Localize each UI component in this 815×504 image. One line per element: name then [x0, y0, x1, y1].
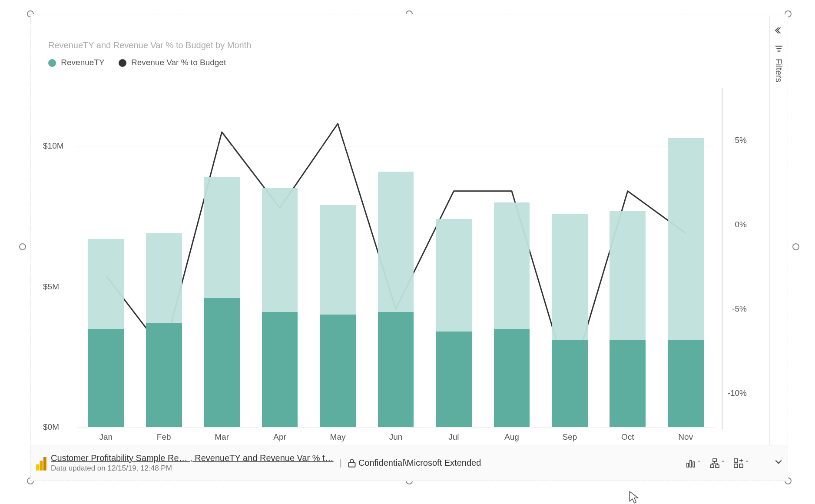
svg-rect-12	[716, 465, 719, 468]
chevron-up-icon: ˄	[722, 460, 725, 467]
x-tick-label: Jul	[448, 432, 459, 442]
x-tick-label: Oct	[621, 432, 634, 442]
x-tick-label: Apr	[273, 432, 286, 442]
svg-rect-4	[40, 461, 43, 470]
resize-handle-mr[interactable]	[792, 243, 799, 250]
bar-revenue	[552, 340, 588, 427]
y-right-tick: -10%	[728, 388, 747, 398]
svg-rect-14	[734, 464, 738, 468]
last-updated: Data updated on 12/15/19, 12:48 PM	[51, 464, 334, 473]
svg-rect-10	[713, 459, 716, 461]
expand-pane-icon	[775, 27, 783, 34]
x-tick-label: Aug	[504, 432, 519, 442]
svg-rect-7	[687, 463, 689, 467]
legend-swatch	[119, 59, 126, 67]
bar-group[interactable]	[668, 90, 704, 427]
bar-group[interactable]	[204, 90, 240, 427]
filters-pane-collapsed[interactable]: Filters	[769, 16, 788, 446]
x-tick-label: May	[330, 432, 346, 442]
legend-label: Revenue Var % to Budget	[131, 58, 226, 67]
x-tick-label: Sep	[562, 432, 577, 442]
breadcrumb[interactable]: Customer Profitability Sample Re… , Reve…	[51, 453, 334, 463]
svg-rect-9	[693, 462, 695, 467]
hierarchy-icon	[709, 458, 720, 468]
plot-area[interactable]: $0M$5M$10M-10%-5%0%5%JanFebMarAprMayJunJ…	[77, 90, 715, 427]
y-right-tick: 0%	[735, 220, 747, 229]
svg-rect-0	[775, 46, 782, 46]
y-right-tick: -5%	[732, 304, 747, 314]
svg-rect-13	[734, 459, 738, 462]
svg-rect-6	[348, 462, 355, 467]
bar-revenue	[88, 329, 124, 427]
secondary-axis-bar	[722, 88, 723, 429]
x-tick-label: Jan	[99, 432, 113, 442]
chart-legend: RevenueTY Revenue Var % to Budget	[48, 58, 226, 67]
bar-revenue	[262, 312, 298, 427]
visual-selection: Filters RevenueTY and Revenue Var % to B…	[23, 14, 796, 487]
x-tick-label: Feb	[157, 432, 171, 442]
y-right-tick: 5%	[735, 136, 747, 145]
svg-rect-2	[777, 51, 780, 52]
x-tick-label: Nov	[678, 432, 693, 442]
bar-chart-icon	[686, 458, 696, 468]
bar-revenue	[146, 323, 182, 427]
drill-up-button[interactable]: ˄	[686, 458, 701, 468]
bar-group[interactable]	[88, 90, 124, 427]
svg-rect-8	[690, 461, 692, 467]
bar-group[interactable]	[378, 90, 414, 427]
bar-group[interactable]	[146, 90, 182, 427]
cursor-icon	[629, 491, 639, 504]
svg-rect-1	[776, 48, 781, 49]
resize-handle-ml[interactable]	[19, 243, 26, 250]
legend-item-var[interactable]: Revenue Var % to Budget	[119, 58, 226, 67]
bar-revenue	[204, 298, 240, 427]
bar-group[interactable]	[436, 90, 472, 427]
chevron-up-icon: ˄	[745, 460, 749, 467]
bar-group[interactable]	[610, 90, 646, 427]
bar-group[interactable]	[552, 90, 588, 427]
bar-revenue	[494, 329, 530, 427]
bar-group[interactable]	[320, 90, 356, 427]
bar-group[interactable]	[494, 90, 530, 427]
lock-icon	[348, 459, 356, 468]
svg-rect-11	[710, 465, 714, 468]
svg-rect-3	[36, 464, 39, 470]
x-tick-label: Mar	[215, 432, 229, 442]
legend-item-revenue[interactable]: RevenueTY	[48, 58, 105, 67]
x-tick-label: Jun	[389, 432, 403, 442]
bar-revenue	[610, 340, 646, 427]
visual-footer: Customer Profitability Sample Re… , Reve…	[31, 445, 788, 481]
expand-level-button[interactable]: ˄	[733, 458, 749, 468]
svg-rect-5	[43, 457, 46, 471]
y-left-tick: $10M	[43, 141, 64, 151]
bar-revenue	[378, 312, 414, 427]
visual-container[interactable]: Filters RevenueTY and Revenue Var % to B…	[30, 14, 788, 481]
legend-label: RevenueTY	[61, 58, 104, 67]
legend-swatch	[48, 59, 56, 67]
footer-chevron-down[interactable]	[775, 458, 782, 468]
y-left-tick: $5M	[43, 282, 59, 292]
bar-group[interactable]	[262, 90, 298, 427]
bar-revenue	[668, 340, 704, 427]
y-left-tick: $0M	[43, 422, 59, 432]
bar-revenue	[436, 332, 472, 427]
filters-icon	[775, 45, 783, 53]
gridline	[77, 427, 715, 428]
svg-rect-15	[739, 464, 743, 468]
filters-label: Filters	[774, 59, 784, 82]
drill-down-button[interactable]: ˄	[709, 458, 725, 468]
separator: |	[340, 458, 342, 468]
sensitivity-label: Confidential\Microsoft Extended	[358, 458, 481, 468]
chevron-down-icon	[775, 458, 782, 466]
chart-title: RevenueTY and Revenue Var % to Budget by…	[48, 40, 251, 50]
powerbi-icon	[36, 456, 48, 471]
grid-plus-icon	[733, 458, 744, 468]
chevron-up-icon: ˄	[698, 460, 701, 467]
bar-revenue	[320, 315, 356, 427]
